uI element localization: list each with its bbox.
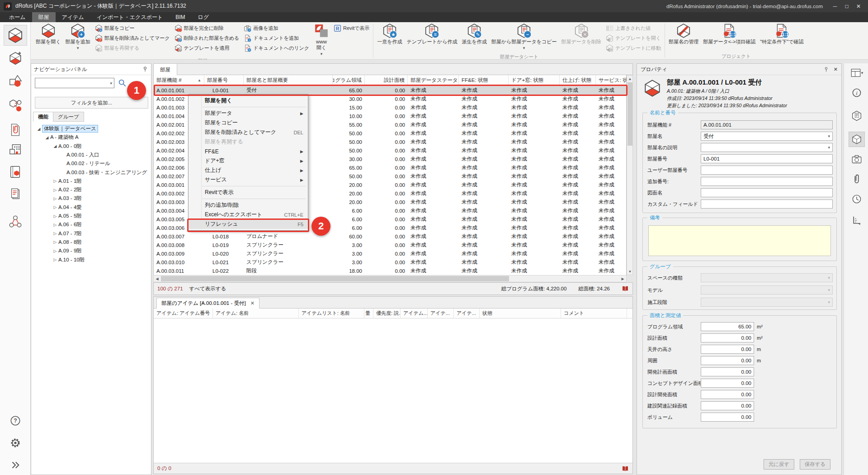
expand-icon[interactable]: ▷ — [52, 214, 58, 218]
ribbon-button[interactable]: ✎派生を作成 — [459, 23, 489, 45]
expand-icon[interactable]: ▷ — [52, 249, 58, 253]
pin-icon[interactable] — [142, 66, 148, 72]
menu-item-サービス[interactable]: サービス▶ — [189, 175, 308, 185]
column-header[interactable]: 部屋機能 #▲ — [154, 75, 204, 86]
tree-item[interactable]: ▷A.01 - 1階 — [52, 177, 82, 185]
ribbon-button[interactable]: +部屋を追加▾ — [63, 23, 93, 52]
tree-item[interactable]: A.00.01 - 入口 — [60, 151, 99, 159]
column-header[interactable]: 状態 — [480, 309, 561, 318]
help-button[interactable]: ? — [4, 410, 27, 431]
search-icon[interactable] — [118, 79, 127, 87]
tree-item-label[interactable]: A.00.03 - 技術・エンジニアリング — [66, 169, 147, 176]
expand-icon[interactable]: ▷ — [52, 223, 58, 227]
menu-item-列の追加/削除[interactable]: 列の追加/削除 — [189, 200, 308, 210]
side-tool-cube[interactable] — [849, 132, 865, 147]
menu-item-部屋データ[interactable]: 部屋データ▶ — [189, 109, 308, 118]
tree-item[interactable]: ◢A - 建築物 A — [44, 133, 79, 142]
field-部屋名[interactable]: 受付▾ — [701, 132, 833, 141]
field-部屋機能 #[interactable]: A.00.01.001 — [701, 120, 833, 129]
side-tool-dochex[interactable] — [849, 108, 865, 124]
tree-item[interactable]: ▷A.08 - 8階 — [52, 238, 82, 247]
table-row[interactable]: A.00.03.008L0-019スプリンクラー3.000.00未作成未作成未作… — [154, 241, 626, 249]
ribbon-button[interactable]: 部屋を開く — [33, 23, 63, 45]
ribbon-button[interactable]: RRevitで表示 — [332, 23, 371, 33]
tree-item-label[interactable]: A.05 - 5階 — [58, 213, 82, 219]
undo-button[interactable]: 元に戻す — [764, 459, 794, 470]
menu-item-FF&E[interactable]: FF&E▶ — [189, 147, 308, 156]
field-設計開発面積[interactable]: 0.00 — [701, 390, 754, 399]
tree-item[interactable]: ▷A.04 - 4愛 — [52, 203, 82, 212]
field-追加番号:[interactable] — [701, 177, 833, 186]
tree-item[interactable]: ▷A.03 - 3階 — [52, 194, 82, 203]
column-header[interactable]: 優先度: 説... — [373, 309, 401, 318]
column-header[interactable]: アイテム: アイテム番号▲ — [154, 309, 213, 318]
column-header[interactable]: サービス: 状態 — [596, 75, 627, 86]
side-tool-camera[interactable] — [849, 152, 865, 167]
chevron-down-icon[interactable]: ▾ — [828, 300, 830, 304]
column-header[interactable]: アイテム... — [401, 309, 428, 318]
field-プログラム領域[interactable]: 65.00 — [701, 322, 754, 331]
vertical-scrollbar[interactable]: ▲ ▼ — [627, 75, 633, 275]
field-カスタム・フィールド[interactable] — [701, 200, 833, 209]
tree-item-label[interactable]: A.08 - 8階 — [58, 239, 82, 246]
ribbon-button[interactable]: ≡部屋をコピー — [94, 23, 171, 33]
ribbon-button[interactable]: ∞ドキュメントへのリンク — [242, 43, 311, 53]
table-row[interactable]: A.00.03.009L0-020スプリンクラー3.000.00未作成未作成未作… — [154, 249, 626, 258]
tab-room-items[interactable]: 部屋のアイテム [A.00.01.001 - 受付] ✕ — [156, 298, 259, 309]
expand-icon[interactable]: ▷ — [52, 188, 58, 192]
horizontal-scrollbar[interactable]: ◀ ▶ — [153, 275, 627, 282]
note-textarea[interactable] — [648, 225, 831, 256]
expand-icon[interactable]: ▷ — [52, 179, 58, 183]
column-header[interactable]: 設計面積 — [365, 75, 408, 86]
save-button[interactable]: 保存する — [800, 459, 830, 470]
column-header[interactable]: 部屋データステータス — [408, 75, 459, 86]
module-items[interactable] — [4, 71, 27, 91]
show-all-link[interactable]: すべて表示する — [189, 285, 226, 292]
field-ボリューム[interactable]: 0.00 — [701, 413, 754, 422]
menu-tab-ログ[interactable]: ログ — [192, 12, 216, 22]
tree-item-label[interactable]: A.01 - 1階 — [58, 178, 82, 185]
field-部屋名の説明[interactable]: ▾ — [701, 143, 833, 152]
tree-item[interactable]: ▷A.09 - 9階 — [52, 247, 82, 255]
ribbon-button[interactable]: −部屋から部屋データをコピー▾ — [489, 23, 559, 52]
menu-item-仕上げ[interactable]: 仕上げ▶ — [189, 166, 308, 175]
field-建設関連記録面積[interactable]: 0.00 — [701, 401, 754, 410]
expand-icon[interactable]: ▷ — [52, 240, 58, 244]
field-コンセプトデザイン面積[interactable]: 0.00 — [701, 379, 754, 388]
ribbon-button[interactable]: =テンプレートから作成 — [405, 23, 460, 45]
menu-tab-部屋[interactable]: 部屋 — [32, 12, 56, 22]
expand-button[interactable] — [4, 455, 27, 475]
chevron-down-icon[interactable]: ▾ — [110, 81, 114, 86]
minimize-button[interactable]: ─ — [829, 1, 841, 11]
module-rooms-alt[interactable] — [4, 48, 27, 69]
tree-item-label[interactable]: A.00.02 - リテール — [66, 160, 110, 167]
menu-tab-ホーム[interactable]: ホーム — [3, 12, 32, 22]
field-図面名[interactable] — [701, 188, 833, 197]
tree-item-label[interactable]: A.00.01 - 入口 — [66, 152, 99, 158]
field-設計面積[interactable]: 0.00 — [701, 333, 754, 342]
column-header[interactable]: 仕上げ: 状態 — [560, 75, 596, 86]
nav-tab-機能[interactable]: 機能 — [33, 112, 53, 122]
collapse-icon[interactable]: ◢ — [36, 127, 42, 131]
menu-item-ドア+窓[interactable]: ドア+窓▶ — [189, 156, 308, 166]
tree-item-label[interactable]: A.02 - 2階 — [58, 186, 82, 193]
settings-button[interactable] — [4, 432, 27, 453]
table-row[interactable]: A.00.03.010L0-021スプリンクラー3.000.00未作成未作成未作… — [154, 258, 626, 266]
column-header[interactable]: ドア+窓: 状態 — [509, 75, 560, 86]
column-header[interactable]: 部屋番号 — [204, 75, 244, 86]
tree-item[interactable]: ▷A.02 - 2階 — [52, 185, 82, 194]
tree-item-label[interactable]: A.07 - 7階 — [58, 230, 82, 237]
ribbon-button[interactable]: 1:1部屋データ<->項目確認 — [701, 23, 758, 45]
tree-item-label[interactable]: A.09 - 9階 — [58, 247, 82, 254]
chevron-down-icon[interactable]: ▾ — [861, 71, 863, 75]
table-row[interactable]: A.00.03.011L0-022階段18.000.00未作成未作成未作成未作成… — [154, 266, 626, 275]
column-header[interactable]: アイテム: 名前 — [213, 309, 299, 318]
ribbon-button[interactable]: ✕削除された部屋を含める — [173, 33, 241, 43]
column-header[interactable]: アイテ... — [428, 309, 454, 318]
field-周囲[interactable]: 0.00 — [701, 356, 754, 365]
menu-item-部屋をコピー[interactable]: 部屋をコピー — [189, 118, 308, 128]
close-icon[interactable]: ✕ — [250, 300, 255, 306]
module-rooms[interactable] — [4, 25, 27, 46]
side-tool-history[interactable] — [849, 191, 865, 207]
column-header[interactable]: アイテ... — [454, 309, 480, 318]
